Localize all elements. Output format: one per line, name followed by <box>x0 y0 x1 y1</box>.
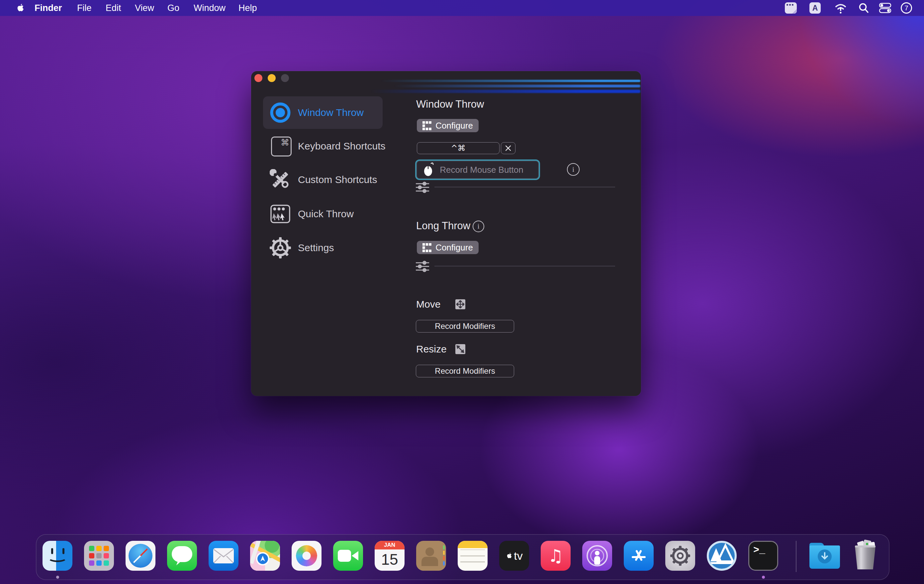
window-throw-icon <box>270 102 291 123</box>
configure-label: Configure <box>436 243 473 253</box>
terminal-running-indicator <box>762 576 765 579</box>
shortcut-value: ^⌘ <box>451 144 465 153</box>
dock-contacts-icon[interactable] <box>416 541 446 571</box>
keyboard-shortcuts-icon: ⌘ <box>271 137 292 157</box>
window-throw-configure-button[interactable]: Configure <box>417 119 478 132</box>
control-center-icon[interactable] <box>879 2 891 13</box>
move-label: Move <box>416 299 441 310</box>
dock-maps-icon[interactable] <box>250 541 280 571</box>
apple-menu-icon[interactable] <box>15 3 25 13</box>
close-x-icon <box>505 145 511 151</box>
quick-throw-icon <box>270 203 291 224</box>
keyboard-shortcut-field[interactable]: ^⌘ <box>417 142 500 154</box>
dock-notes-icon[interactable] <box>458 541 488 571</box>
terminal-prompt: >_ <box>753 544 765 556</box>
minimize-button[interactable] <box>268 74 276 82</box>
window-throw-title: Window Throw <box>416 98 484 110</box>
spotlight-search-icon[interactable] <box>858 2 869 13</box>
dock-messages-icon[interactable] <box>167 541 197 571</box>
titlebar-streak <box>371 90 640 93</box>
long-throw-configure-button[interactable]: Configure <box>417 241 478 254</box>
dock-launchpad-icon[interactable] <box>84 541 114 571</box>
app-menubar-icon[interactable] <box>785 2 797 13</box>
dock-music-icon[interactable]: ♫ <box>541 541 571 571</box>
resize-arrow-icon <box>455 344 465 354</box>
calendar-day: 15 <box>375 549 404 571</box>
dock-system-preferences-icon[interactable] <box>665 541 695 571</box>
dock-facetime-icon[interactable] <box>333 541 363 571</box>
sidebar-label-settings[interactable]: Settings <box>298 237 334 259</box>
titlebar-streak <box>394 85 640 87</box>
sidebar-label-keyboard-shortcuts[interactable]: Keyboard Shortcuts <box>298 135 385 157</box>
menubar-item-help[interactable]: Help <box>238 0 257 16</box>
resize-label: Resize <box>416 343 447 355</box>
window-throw-options-icon[interactable] <box>416 181 429 193</box>
move-record-modifiers-button[interactable]: Record Modifiers <box>416 320 514 333</box>
long-throw-options-icon[interactable] <box>416 261 429 272</box>
finder-running-indicator <box>56 576 59 579</box>
menubar-item-window[interactable]: Window <box>194 0 226 16</box>
dock-separator <box>796 541 797 572</box>
info-glyph: i <box>478 223 480 230</box>
dock-photos-icon[interactable] <box>292 541 322 571</box>
grid-icon <box>422 243 431 252</box>
long-throw-info-icon[interactable]: i <box>473 221 484 232</box>
section-divider <box>434 187 615 187</box>
calendar-month: JAN <box>375 541 404 549</box>
tv-label: tv <box>514 549 523 563</box>
clear-shortcut-button[interactable] <box>501 142 515 154</box>
window-throw-info-icon[interactable]: i <box>567 163 579 176</box>
dock-terminal-icon[interactable]: >_ <box>748 541 778 571</box>
record-mouse-button-field[interactable]: Record Mouse Button <box>415 160 540 180</box>
dock-mail-icon[interactable] <box>209 541 238 571</box>
custom-shortcuts-icon <box>270 169 291 190</box>
resize-record-modifiers-button[interactable]: Record Modifiers <box>416 365 514 377</box>
configure-label: Configure <box>436 120 473 131</box>
dock-window-throw-app-icon[interactable] <box>707 541 737 571</box>
dock-calendar-icon[interactable]: JAN 15 <box>375 541 404 571</box>
titlebar-streak <box>381 80 640 82</box>
record-modifiers-label: Record Modifiers <box>435 322 495 331</box>
input-source-icon[interactable]: A <box>809 2 821 13</box>
settings-gear-icon <box>270 237 291 259</box>
menubar-item-view[interactable]: View <box>135 0 154 16</box>
menubar-item-go[interactable]: Go <box>167 0 179 16</box>
sidebar-label-quick-throw[interactable]: Quick Throw <box>298 203 354 224</box>
wifi-alert-icon[interactable] <box>834 2 847 13</box>
sidebar-label-custom-shortcuts[interactable]: Custom Shortcuts <box>298 169 377 190</box>
dock-safari-icon[interactable] <box>125 541 155 571</box>
section-divider <box>434 266 615 266</box>
long-throw-title: Long Throw <box>416 220 470 232</box>
menubar-item-edit[interactable]: Edit <box>106 0 121 16</box>
dock-downloads-icon[interactable] <box>808 541 841 571</box>
menubar-item-file[interactable]: File <box>77 0 92 16</box>
menubar-app-name[interactable]: Finder <box>35 0 62 16</box>
dock-appstore-icon[interactable] <box>624 541 653 571</box>
dock-podcasts-icon[interactable] <box>582 541 612 571</box>
dock-tv-icon[interactable]: tv <box>499 541 529 571</box>
record-modifiers-label: Record Modifiers <box>435 366 495 376</box>
record-mouse-placeholder: Record Mouse Button <box>434 165 529 175</box>
mouse-icon <box>423 162 434 177</box>
sidebar-label-window-throw[interactable]: Window Throw <box>298 102 364 123</box>
dock-trash-icon[interactable] <box>850 541 880 571</box>
move-arrows-icon <box>455 299 465 309</box>
dock-finder-icon[interactable] <box>43 541 73 571</box>
info-glyph: i <box>572 166 574 173</box>
close-button[interactable] <box>254 74 262 82</box>
grid-icon <box>422 121 431 130</box>
zoom-button[interactable] <box>281 74 289 82</box>
menu-bar: Finder File Edit View Go Window Help A 7 <box>0 0 924 16</box>
timer-status-icon[interactable]: 7 <box>901 2 912 13</box>
